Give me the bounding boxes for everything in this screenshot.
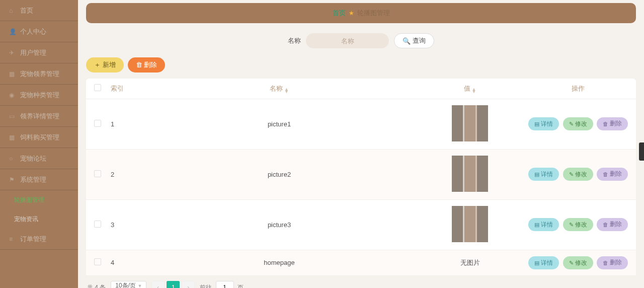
sidebar-sub-carousel[interactable]: 轮播图管理 [0, 190, 78, 209]
cell-no-image: 无图片 [420, 250, 520, 276]
sidebar-item-adopt[interactable]: ▦宠物领养管理 [0, 63, 78, 85]
pager-next[interactable]: › [182, 281, 195, 288]
table-row: 2 picture2 ▤详情 ✎修改 🗑删除 [86, 149, 636, 199]
header-index[interactable]: 索引 [109, 79, 139, 99]
sort-icon: ▲▼ [472, 88, 476, 93]
sidebar-item-forum[interactable]: ○宠物论坛 [0, 148, 78, 169]
sidebar-sub-label: 轮播图管理 [14, 196, 44, 203]
sidebar-item-label: 首页 [20, 0, 33, 21]
circle-icon: ◉ [9, 85, 16, 106]
sidebar-sub-news[interactable]: 宠物资讯 [0, 209, 78, 229]
filter-label: 名称 [288, 36, 301, 45]
query-button-label: 查询 [413, 36, 426, 45]
sidebar-item-orders[interactable]: ≡订单管理 [0, 229, 78, 250]
pager-page-1[interactable]: 1 [167, 281, 180, 288]
row-delete-button[interactable]: 🗑删除 [597, 168, 628, 181]
rect-icon: ▭ [9, 106, 16, 127]
doc-icon: ▤ [534, 121, 539, 127]
doc-icon: ▤ [534, 171, 539, 178]
edit-button[interactable]: ✎修改 [563, 168, 593, 181]
sidebar-item-label: 饲料购买管理 [20, 127, 59, 148]
sidebar-item-label: 宠物论坛 [20, 148, 46, 169]
circle-icon: ○ [9, 148, 16, 169]
add-button-label: 新增 [103, 61, 116, 68]
header-value[interactable]: 值▲▼ [420, 79, 520, 99]
header-name[interactable]: 名称▲▼ [139, 79, 420, 99]
sidebar-item-adopt-detail[interactable]: ▭领养详情管理 [0, 106, 78, 127]
pager-total: 共 4 条 [87, 283, 106, 289]
list-icon: ≡ [9, 229, 16, 250]
sidebar-item-home[interactable]: ⌂首页 [0, 0, 78, 21]
name-input[interactable] [306, 33, 389, 48]
edit-icon: ✎ [569, 222, 574, 228]
select-all-checkbox[interactable] [94, 84, 101, 91]
cell-index: 4 [109, 250, 139, 276]
table-row: 1 picture1 ▤详情 ✎修改 🗑删除 [86, 99, 636, 149]
data-table: 索引 名称▲▼ 值▲▼ 操作 1 picture1 ▤详情 ✎修改 🗑删除 [86, 79, 636, 276]
delete-button-label: 删除 [144, 61, 157, 68]
sidebar-item-users[interactable]: ✈用户管理 [0, 42, 78, 63]
trash-icon: 🗑 [603, 222, 608, 228]
edit-button[interactable]: ✎修改 [563, 117, 593, 130]
row-delete-button[interactable]: 🗑删除 [597, 218, 628, 231]
edit-button[interactable]: ✎修改 [563, 256, 593, 269]
cell-name: picture2 [139, 149, 420, 199]
pagination: 共 4 条 10条/页 ▼ ‹ 1 › 前往 页 [86, 281, 636, 288]
sidebar-item-feed[interactable]: ▦饲料购买管理 [0, 127, 78, 148]
detail-button[interactable]: ▤详情 [528, 218, 559, 231]
row-checkbox[interactable] [94, 258, 101, 265]
thumbnail-image[interactable] [452, 156, 488, 192]
edit-icon: ✎ [569, 260, 574, 266]
cell-index: 1 [109, 99, 139, 149]
add-button[interactable]: ＋ 新增 [86, 57, 124, 73]
pager-prev[interactable]: ‹ [151, 281, 165, 288]
page-size-select[interactable]: 10条/页 ▼ [111, 281, 146, 288]
detail-button[interactable]: ▤详情 [528, 117, 559, 130]
plane-icon: ✈ [9, 42, 16, 63]
cell-name: picture1 [139, 99, 420, 149]
row-checkbox[interactable] [94, 120, 101, 127]
table-wrapper: 索引 名称▲▼ 值▲▼ 操作 1 picture1 ▤详情 ✎修改 🗑删除 [86, 79, 636, 276]
main-content: 首页 ★ 轮播图管理 名称 🔍 查询 ＋ 新增 🗑 删除 索引 名称▲▼ 值▲▼… [78, 0, 644, 288]
filter-row: 名称 🔍 查询 [86, 33, 636, 48]
query-button[interactable]: 🔍 查询 [394, 33, 434, 48]
pager-goto-input[interactable] [216, 281, 234, 288]
delete-button[interactable]: 🗑 删除 [128, 57, 166, 73]
detail-button[interactable]: ▤详情 [528, 168, 559, 181]
row-checkbox[interactable] [94, 221, 101, 228]
grid-icon: ▦ [9, 63, 16, 85]
edit-icon: ✎ [569, 171, 574, 178]
sidebar-item-label: 用户管理 [20, 42, 46, 63]
breadcrumb-home[interactable]: 首页 [333, 9, 346, 18]
doc-icon: ▤ [534, 222, 539, 228]
sidebar-item-profile[interactable]: 👤个人中心 [0, 21, 78, 42]
trash-icon: 🗑 [603, 260, 608, 266]
sidebar-item-label: 系统管理 [20, 169, 46, 190]
sidebar: ⌂首页 👤个人中心 ✈用户管理 ▦宠物领养管理 ◉宠物种类管理 ▭领养详情管理 … [0, 0, 78, 288]
cell-name: picture3 [139, 199, 420, 250]
star-icon: ★ [349, 10, 354, 17]
grid-icon: ▦ [9, 127, 16, 148]
sidebar-item-species[interactable]: ◉宠物种类管理 [0, 85, 78, 106]
sidebar-item-label: 个人中心 [20, 21, 46, 42]
row-checkbox[interactable] [94, 170, 101, 177]
sidebar-item-label: 订单管理 [20, 229, 46, 250]
side-drawer-handle[interactable] [639, 142, 644, 161]
trash-icon: 🗑 [603, 171, 608, 177]
row-delete-button[interactable]: 🗑删除 [597, 117, 628, 130]
detail-button[interactable]: ▤详情 [528, 256, 559, 269]
sidebar-item-system[interactable]: ⚑系统管理 [0, 169, 78, 190]
cell-name: homepage [139, 250, 420, 276]
header-ops: 操作 [520, 79, 636, 99]
thumbnail-image[interactable] [452, 105, 488, 141]
trash-icon: 🗑 [603, 121, 608, 127]
user-icon: 👤 [9, 21, 16, 42]
sidebar-item-label: 宠物领养管理 [20, 63, 59, 85]
thumbnail-image[interactable] [452, 206, 488, 242]
chevron-down-icon: ▼ [137, 283, 142, 288]
cell-index: 2 [109, 149, 139, 199]
row-delete-button[interactable]: 🗑删除 [597, 256, 628, 269]
doc-icon: ▤ [534, 260, 539, 266]
table-row: 3 picture3 ▤详情 ✎修改 🗑删除 [86, 199, 636, 250]
edit-button[interactable]: ✎修改 [563, 218, 593, 231]
